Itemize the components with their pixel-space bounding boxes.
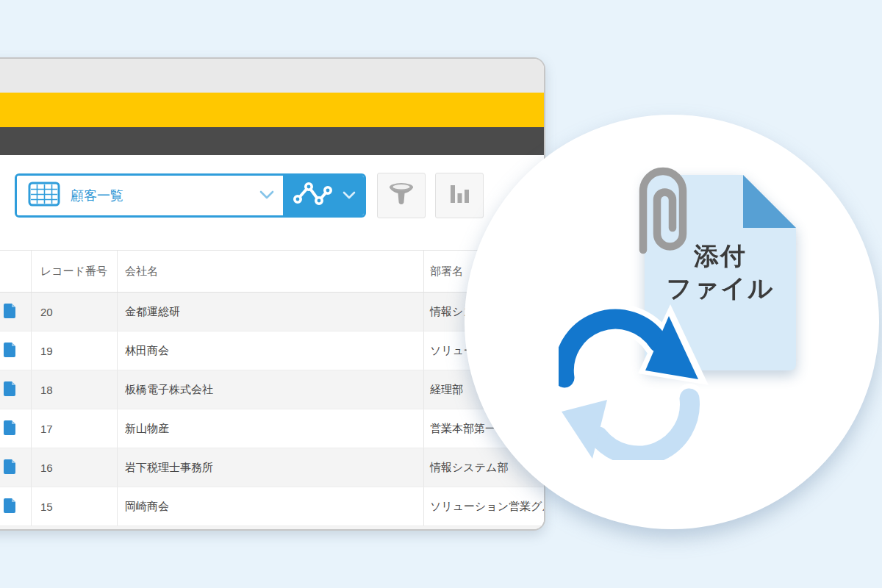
page-fold-corner (743, 175, 796, 228)
table-row[interactable]: 16 岩下税理士事務所 情報システム部 (0, 448, 544, 487)
company-name: 新山物産 (118, 409, 424, 448)
record-number: 18 (32, 370, 118, 409)
document-icon[interactable] (3, 303, 16, 321)
table-row[interactable]: 20 金都運総研 情報システム部 (0, 293, 544, 331)
record-number: 15 (32, 487, 118, 526)
document-icon[interactable] (3, 342, 16, 360)
record-number: 16 (32, 448, 118, 487)
toolbar: 顧客一覧 (0, 155, 544, 250)
document-icon[interactable] (3, 498, 16, 516)
table-body: 20 金都運総研 情報システム部 19 林田商会 ソリューション営業部 18 板… (0, 293, 544, 531)
record-number: 20 (32, 293, 118, 331)
department-name: ソリューション営業グループ (424, 487, 544, 526)
table-header-row: レコード番号 会社名 部署名 (0, 251, 544, 293)
record-table: レコード番号 会社名 部署名 20 金都運総研 情報システム部 19 林田商会 … (0, 250, 544, 531)
view-selector[interactable]: 顧客一覧 (15, 173, 366, 218)
chart-button[interactable] (435, 173, 484, 218)
record-number: 17 (32, 409, 118, 448)
company-name: 岩下税理士事務所 (118, 448, 424, 487)
company-name: 林田商会 (118, 331, 424, 370)
bar-chart-icon (448, 183, 470, 208)
company-name: 板橋電子株式会社 (118, 370, 424, 409)
table-row[interactable]: 18 板橋電子株式会社 経理部 (0, 370, 544, 409)
view-selector-label: 顧客一覧 (71, 187, 123, 204)
sync-arrows-icon (559, 303, 716, 463)
table-header-record-number: レコード番号 (32, 251, 118, 292)
document-icon[interactable] (3, 420, 16, 438)
table-icon (28, 182, 60, 209)
table-row[interactable]: 17 新山物産 営業本部第一営業部 (0, 409, 544, 448)
app-window: 顧客一覧 (0, 57, 545, 531)
table-header-company: 会社名 (118, 251, 424, 292)
funnel-icon (387, 182, 415, 209)
view-selector-current[interactable]: 顧客一覧 (17, 176, 283, 215)
line-chart-icon (291, 179, 334, 212)
graph-view-button[interactable] (283, 176, 364, 215)
attachment-sync-badge: 添付 ファイル (465, 115, 879, 529)
chevron-down-icon[interactable] (259, 189, 274, 202)
record-number: 19 (32, 331, 118, 370)
browser-top-bar (0, 59, 544, 93)
chevron-down-icon[interactable] (343, 189, 356, 202)
document-icon[interactable] (3, 381, 16, 399)
company-name: 金都運総研 (118, 293, 424, 331)
table-row (0, 526, 544, 531)
table-row[interactable]: 15 岡崎商会 ソリューション営業グループ (0, 487, 544, 526)
app-header-dark-bar (0, 127, 544, 155)
paperclip-icon (632, 162, 694, 259)
table-header-icon-column (0, 251, 32, 292)
company-name: 岡崎商会 (118, 487, 424, 526)
table-row[interactable]: 19 林田商会 ソリューション営業部 (0, 331, 544, 370)
document-icon[interactable] (3, 459, 16, 477)
filter-button[interactable] (377, 173, 426, 218)
app-header-accent-bar (0, 93, 544, 127)
